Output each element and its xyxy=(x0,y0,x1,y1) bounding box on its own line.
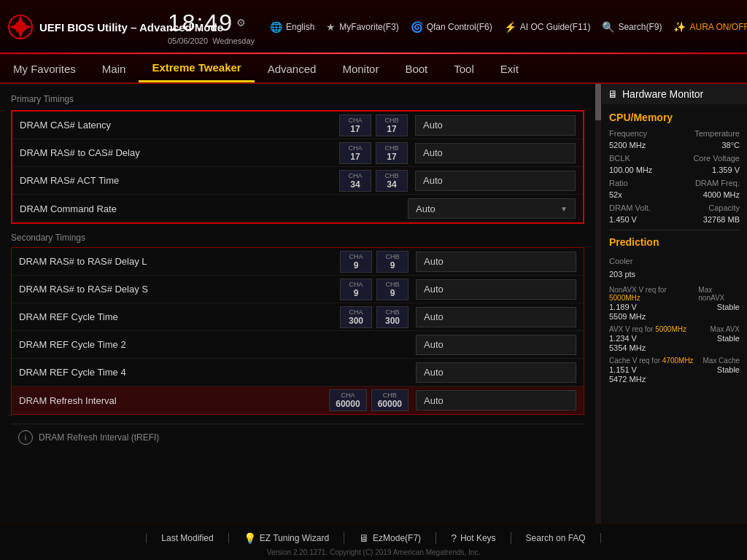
cooler-label: Cooler xyxy=(609,257,632,265)
dram-freq-label: DRAM Freq. xyxy=(695,179,740,187)
nav-advanced[interactable]: Advanced xyxy=(255,55,330,82)
ras-cas-value-field[interactable]: Auto xyxy=(415,143,576,163)
ref-cycle2-label: DRAM REF Cycle Time 2 xyxy=(19,339,416,350)
dram-volt-label: DRAM Volt. xyxy=(609,203,651,212)
pred-avx-max: 5354 MHz xyxy=(609,343,740,352)
ras-ras-s-cha-box: CHA 9 xyxy=(340,279,372,300)
cas-chb-box: CHB 17 xyxy=(376,114,408,136)
ras-act-cha-value: 34 xyxy=(350,179,360,190)
monitor-icon: 🖥 xyxy=(608,88,618,100)
cas-value-field[interactable]: Auto xyxy=(415,115,576,136)
frequency-value: 5200 MHz xyxy=(609,141,646,149)
ras-ras-l-value-field[interactable]: Auto xyxy=(416,252,576,272)
pred-avx-stable: Stable xyxy=(717,334,740,343)
scrollbar[interactable] xyxy=(595,84,601,524)
ras-act-value-field[interactable]: Auto xyxy=(415,171,576,191)
cooler-value: 203 pts xyxy=(609,270,635,279)
last-modified-button[interactable]: Last Modified xyxy=(146,533,228,543)
pred-cache-stable-label: Max Cache xyxy=(703,357,740,365)
qfan-button[interactable]: 🌀 Qfan Control(F6) xyxy=(411,21,492,33)
ezmode-button[interactable]: 🖥 EzMode(F7) xyxy=(344,532,436,544)
ras-ras-s-cha-chb: CHA 9 CHB 9 xyxy=(340,279,409,300)
frequency-value-row: 5200 MHz 38°C xyxy=(609,141,740,149)
nav-boot[interactable]: Boot xyxy=(392,55,441,82)
dram-ras-cas-row[interactable]: DRAM RAS# to CAS# Delay CHA 17 CHB 17 Au… xyxy=(12,139,583,167)
pred-cache-v: 1.151 V xyxy=(609,365,637,374)
ref-cycle-row[interactable]: DRAM REF Cycle Time CHA 300 CHB 300 Auto xyxy=(12,303,584,331)
ras-ras-s-label: DRAM RAS# to RAS# Delay S xyxy=(19,284,340,295)
ref-cycle-value-field[interactable]: Auto xyxy=(416,307,576,327)
ras-ras-s-row[interactable]: DRAM RAS# to RAS# Delay S CHA 9 CHB 9 Au… xyxy=(12,276,584,303)
nav-exit[interactable]: Exit xyxy=(487,55,532,82)
scroll-thumb[interactable] xyxy=(595,84,601,120)
refresh-chb-box: CHB 60000 xyxy=(371,389,409,411)
dram-ras-act-row[interactable]: DRAM RAS# ACT Time CHA 34 CHB 34 Auto xyxy=(12,167,583,195)
rog-logo xyxy=(7,12,34,42)
dram-refresh-row[interactable]: DRAM Refresh Interval CHA 60000 CHB 6000… xyxy=(12,386,584,414)
ras-ras-l-cha-box: CHA 9 xyxy=(340,251,372,273)
pred-nonavx-max: 5509 MHz xyxy=(609,312,740,321)
cas-chb-label: CHB xyxy=(384,117,398,124)
ras-ras-l-cha-chb: CHA 9 CHB 9 xyxy=(340,251,409,273)
nav-my-favorites[interactable]: My Favorites xyxy=(0,55,89,82)
primary-timings-label: Primary Timings xyxy=(11,94,584,104)
pred-avx-stable-label: Max AVX xyxy=(711,325,740,333)
ras-act-chb-box: CHB 34 xyxy=(376,170,408,192)
dram-volt-value: 1.450 V xyxy=(609,215,637,224)
dram-ras-cas-label: DRAM RAS# to CAS# Delay xyxy=(20,147,339,158)
frequency-label: Frequency xyxy=(609,129,647,138)
ras-ras-s-value-field[interactable]: Auto xyxy=(416,279,576,300)
search-button[interactable]: 🔍 Search(F9) xyxy=(602,21,662,33)
ref-cycle4-value-field[interactable]: Auto xyxy=(416,362,576,383)
nav-tool[interactable]: Tool xyxy=(441,55,487,82)
dram-cmd-rate-row[interactable]: DRAM Command Rate Auto ▼ xyxy=(12,195,583,222)
aura-button[interactable]: ✨ AURA ON/OFF(F4) xyxy=(673,21,747,33)
settings-icon[interactable]: ⚙ xyxy=(236,17,247,28)
language-button[interactable]: 🌐 English xyxy=(270,21,314,33)
myfavorite-button[interactable]: ★ MyFavorite(F3) xyxy=(326,21,398,33)
hw-monitor-title: 🖥 Hardware Monitor xyxy=(602,84,747,104)
nav-main[interactable]: Main xyxy=(89,55,139,82)
pred-nonavx-stable: Stable xyxy=(717,303,740,311)
ras-act-chb-label: CHB xyxy=(384,172,398,179)
bclk-label: BCLK xyxy=(609,154,630,163)
header-bar: UEFI BIOS Utility – Advanced Mode 18:49 … xyxy=(0,0,747,55)
ref-cycle4-label: DRAM REF Cycle Time 4 xyxy=(19,367,416,378)
dram-volt-value-row: 1.450 V 32768 MB xyxy=(609,215,740,224)
ras-cas-chb-value: 17 xyxy=(387,152,396,162)
pred-row-1: NonAVX V req for 5000MHz Max nonAVX 1.18… xyxy=(609,286,740,321)
ratio-value-row: 52x 4000 MHz xyxy=(609,190,740,199)
svg-point-1 xyxy=(15,21,26,33)
ratio-row: Ratio DRAM Freq. xyxy=(609,179,740,187)
content-area: Primary Timings DRAM CAS# Latency CHA 17… xyxy=(0,84,595,524)
ref-cycle4-row[interactable]: DRAM REF Cycle Time 4 Auto xyxy=(12,359,584,386)
cas-cha-label: CHA xyxy=(348,117,362,124)
dram-cas-row[interactable]: DRAM CAS# Latency CHA 17 CHB 17 Auto xyxy=(12,112,583,139)
hotkeys-button[interactable]: ? Hot Keys xyxy=(436,532,511,544)
ras-ras-l-row[interactable]: DRAM RAS# to RAS# Delay L CHA 9 CHB 9 Au… xyxy=(12,248,584,276)
secondary-timings-group: DRAM RAS# to RAS# Delay L CHA 9 CHB 9 Au… xyxy=(11,247,584,415)
main-content: Primary Timings DRAM CAS# Latency CHA 17… xyxy=(0,84,747,524)
bclk-row: BCLK Core Voltage xyxy=(609,154,740,163)
aioc-button[interactable]: ⚡ AI OC Guide(F11) xyxy=(504,21,591,33)
refresh-cha-chb: CHA 60000 CHB 60000 xyxy=(329,389,409,411)
search-faq-button[interactable]: Search on FAQ xyxy=(511,533,601,543)
nav-extreme-tweaker[interactable]: Extreme Tweaker xyxy=(139,55,254,82)
favorite-icon: ★ xyxy=(326,21,336,33)
nav-monitor[interactable]: Monitor xyxy=(329,55,392,82)
cmd-rate-value-field[interactable]: Auto ▼ xyxy=(408,198,576,219)
ez-tuning-button[interactable]: 💡 EZ Tuning Wizard xyxy=(229,532,344,544)
hotkeys-icon: ? xyxy=(451,532,457,544)
pred-row-2: AVX V req for 5000MHz Max AVX 1.234 V St… xyxy=(609,325,740,352)
dropdown-arrow-icon: ▼ xyxy=(560,205,568,213)
ref-cycle2-row[interactable]: DRAM REF Cycle Time 2 Auto xyxy=(12,331,584,359)
refresh-value-field[interactable]: Auto xyxy=(416,390,576,411)
ref-cycle2-value-field[interactable]: Auto xyxy=(416,335,576,355)
ezmode-icon: 🖥 xyxy=(359,532,369,544)
ras-cas-cha-chb: CHA 17 CHB 17 xyxy=(339,142,408,164)
ras-act-cha-label: CHA xyxy=(348,172,362,179)
capacity-value: 32768 MB xyxy=(703,215,740,224)
ras-act-chb-value: 34 xyxy=(387,179,396,190)
info-bar: i DRAM Refresh Interval (tREFI) xyxy=(11,424,584,451)
pred-cache-stable: Stable xyxy=(717,365,740,374)
